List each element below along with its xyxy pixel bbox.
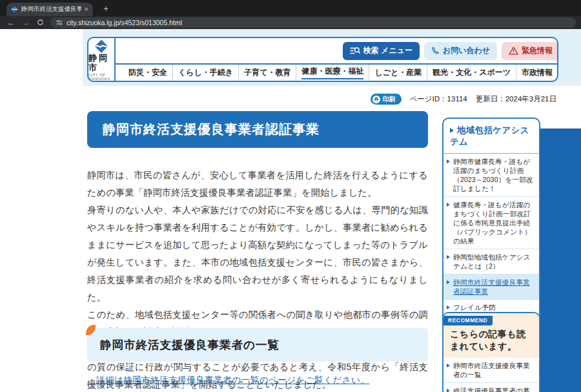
nav-item-bousai[interactable]: 防災・安全: [123, 65, 172, 81]
search-menu-button[interactable]: 検索 メニュー: [343, 42, 420, 60]
detail-list-link[interactable]: ・詳細は静岡市終活支援優良事業者の一覧のページをご覧ください。: [87, 375, 369, 386]
nav-item-kanko[interactable]: 観光・文化・スポーツ: [427, 65, 516, 81]
emergency-info-button[interactable]: 緊急情報: [502, 42, 558, 60]
warning-triangle-icon: [509, 46, 518, 55]
browser-window: 静岡市終活支援優良事業者認証事業 city.shizuoka.lg.jp/s45…: [0, 0, 581, 392]
nav-item-kosodate[interactable]: 子育て・教育: [238, 65, 296, 81]
favicon-shizuoka-icon: [11, 6, 18, 13]
browser-toolbar: city.shizuoka.lg.jp/s4523/s013005.html: [0, 16, 581, 29]
sidebar-item[interactable]: 静岡市健康長寿・誰もが活躍のまちづくり計画（2023～2030）を一部改訂しまし…: [443, 154, 539, 197]
updated-date: 更新日：2024年3月21日: [476, 94, 556, 104]
page-title: 静岡市終活支援優良事業者認証事業: [87, 111, 428, 148]
sidebar-item[interactable]: 健康長寿・誰もが活躍のまちづくり計画一部改訂に係る市民意見提出手続（パブリックコ…: [443, 197, 539, 249]
site-logo[interactable]: 静岡市 CITY OF SHIZUOKA: [88, 38, 116, 81]
browser-tab[interactable]: 静岡市終活支援優良事業者認証事業: [6, 3, 93, 16]
triangle-right-icon: [447, 280, 450, 284]
address-bar[interactable]: city.shizuoka.lg.jp/s4523/s013005.html: [50, 17, 576, 28]
search-icon: [350, 46, 360, 55]
sidebar-item-current[interactable]: 静岡市終活支援優良事業者認証事業: [443, 274, 539, 300]
recommend-item[interactable]: 終活支援優良事業者の募集: [443, 383, 539, 392]
header-right-area: 検索 メニュー お問い合わせ 緊急情報 防災・安全 くらし・手続き 子育て・教育…: [116, 38, 558, 81]
recommend-heading: こちらの記事も読まれています。: [443, 325, 539, 353]
triangle-right-icon: [447, 255, 450, 259]
page-meta-row: 印刷 ページID：13114 更新日：2024年3月21日: [371, 94, 556, 105]
recommend-header: RECOMMEND こちらの記事も読まれています。: [443, 313, 539, 358]
nav-item-shisei[interactable]: 市政情報: [516, 65, 558, 81]
nav-item-shigoto[interactable]: しごと・産業: [369, 65, 427, 81]
back-icon[interactable]: [7, 16, 15, 29]
section-heading-box: 静岡市終活支援優良事業者の一覧: [87, 328, 428, 362]
triangle-right-icon: [447, 389, 450, 392]
new-tab-button[interactable]: [100, 3, 112, 15]
section-heading: 静岡市終活支援優良事業者の一覧: [87, 328, 428, 362]
search-menu-label: 検索 メニュー: [363, 45, 413, 56]
header-button-row: 検索 メニュー お問い合わせ 緊急情報: [116, 38, 558, 63]
nav-item-kurashi[interactable]: くらし・手続き: [172, 65, 238, 81]
tab-close-icon[interactable]: [85, 6, 88, 13]
print-label: 印刷: [383, 95, 396, 104]
recommend-badge: RECOMMEND: [443, 316, 493, 325]
print-button[interactable]: 印刷: [371, 94, 402, 105]
phone-icon: [431, 46, 440, 55]
tab-title: 静岡市終活支援優良事業者認証事業: [21, 5, 81, 14]
sidebar-item[interactable]: 静岡型地域包括ケアシステムとは（2）: [443, 249, 539, 274]
site-header: 静岡市 CITY OF SHIZUOKA 検索 メニュー お問い合わせ 緊急情報: [87, 37, 558, 82]
shizuoka-city-logo-icon: [88, 39, 114, 53]
page-id: ページID：13114: [410, 94, 467, 104]
paragraph: 身寄りのない人や、本人や家族だけでの対応に不安を感じる人は、専門的な知識やスキル…: [87, 201, 428, 306]
triangle-right-icon: [447, 305, 450, 309]
triangle-right-icon: [450, 128, 454, 133]
contact-label: お問い合わせ: [443, 45, 490, 56]
contact-button[interactable]: お問い合わせ: [424, 42, 497, 60]
reload-icon[interactable]: [37, 19, 44, 26]
forward-icon[interactable]: [22, 16, 30, 29]
triangle-right-icon: [447, 364, 450, 367]
sidebar-category-card: 地域包括ケアシステム 静岡市健康長寿・誰もが活躍のまちづくり計画（2023～20…: [442, 118, 540, 337]
emergency-label: 緊急情報: [522, 45, 553, 56]
printer-icon: [372, 96, 380, 103]
url-text: city.shizuoka.lg.jp/s4523/s013005.html: [66, 19, 182, 26]
triangle-right-icon: [447, 203, 450, 207]
logo-city-name: 静岡市: [88, 54, 114, 72]
paragraph: 静岡市は、市民の皆さんが、安心して事業者を活用した終活を行えるようにするための事…: [87, 167, 428, 201]
recommend-card: RECOMMEND こちらの記事も読まれています。 静岡市終活支援優良事業者の一…: [442, 312, 540, 392]
logo-city-subtitle: CITY OF SHIZUOKA: [88, 73, 114, 81]
site-settings-icon[interactable]: [56, 19, 63, 26]
nav-item-kenko[interactable]: 健康・医療・福祉: [296, 65, 369, 81]
triangle-right-icon: [447, 160, 450, 163]
global-nav: 防災・安全 くらし・手続き 子育て・教育 健康・医療・福祉 しごと・産業 観光・…: [116, 63, 558, 81]
recommend-item[interactable]: 静岡市終活支援優良事業者の一覧: [443, 358, 539, 383]
browser-tab-bar: 静岡市終活支援優良事業者認証事業: [0, 0, 581, 16]
sidebar-category-title[interactable]: 地域包括ケアシステム: [443, 119, 539, 154]
